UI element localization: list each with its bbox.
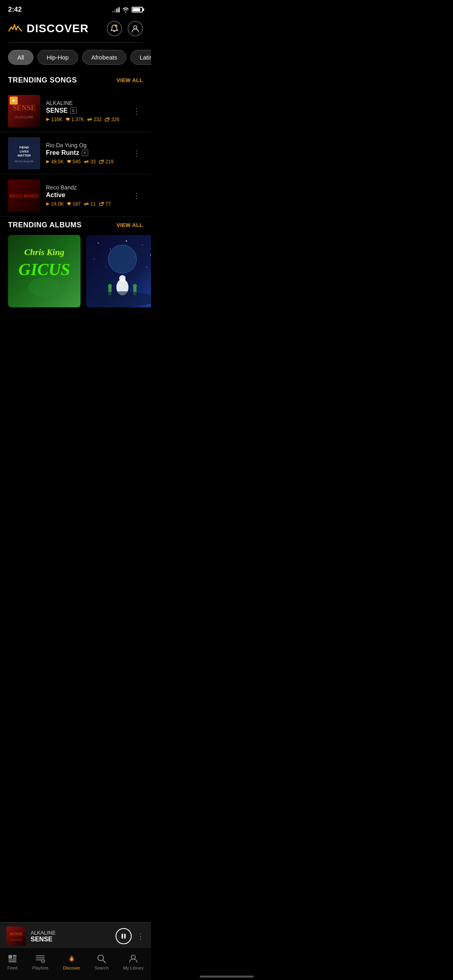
trending-songs-view-all[interactable]: VIEW ALL — [116, 77, 143, 83]
song-item[interactable]: RECO BANDZ Reco Bandz Active 24.0K 187 — [0, 175, 151, 217]
song-name: SENSE E — [46, 107, 124, 114]
battery-icon — [132, 7, 143, 12]
header-actions — [107, 21, 143, 36]
profile-icon — [131, 25, 139, 33]
svg-marker-7 — [46, 118, 50, 121]
svg-point-35 — [142, 245, 143, 245]
song-stats: 48.5K 545 33 219 — [46, 159, 124, 165]
explicit-badge: E — [82, 150, 88, 156]
svg-point-49 — [133, 284, 137, 288]
genre-filter: All Hip-Hop Afrobeats Latin Reggae — [0, 43, 151, 72]
svg-point-1 — [134, 26, 137, 29]
svg-text:RECO BANDZ: RECO BANDZ — [9, 194, 39, 198]
song-thumbnail: FIEND LIVES MATTER Rio Da Yung OG — [8, 137, 40, 169]
svg-text:MATTER: MATTER — [18, 154, 31, 157]
genre-afrobeats[interactable]: Afrobeats — [82, 50, 126, 65]
svg-point-45 — [119, 275, 126, 282]
add-count: 77 — [99, 201, 111, 207]
status-time: 2:42 — [8, 6, 22, 14]
play-stat-icon — [46, 202, 50, 206]
song-thumb-wrap: RECO BANDZ — [8, 179, 40, 212]
svg-rect-8 — [105, 119, 108, 121]
like-count: 1.37K — [66, 117, 84, 122]
repost-count: 33 — [84, 159, 95, 165]
signal-icon — [112, 7, 120, 12]
song-artist: Reco Bandz — [46, 184, 124, 191]
song-artist: ALKALINE — [46, 100, 124, 106]
svg-point-40 — [106, 267, 107, 268]
add-icon — [99, 160, 104, 164]
bell-icon — [111, 25, 118, 33]
album1-art: Chris King GICUS — [8, 235, 81, 307]
song-name: Active — [46, 191, 124, 199]
trending-albums-title: TRENDING ALBUMS — [8, 221, 82, 229]
status-bar: 2:42 — [0, 0, 151, 17]
svg-point-47 — [108, 284, 112, 288]
song-item[interactable]: FIEND LIVES MATTER Rio Da Yung OG Rio Da… — [0, 132, 151, 175]
play-count: 116K — [46, 117, 62, 122]
svg-marker-6 — [12, 99, 15, 102]
runtz-album-art: FIEND LIVES MATTER Rio Da Yung OG — [8, 137, 40, 169]
svg-rect-24 — [99, 203, 103, 206]
svg-point-41 — [146, 267, 147, 268]
header-left: DISCOVER — [8, 22, 89, 35]
explicit-badge: E — [70, 107, 77, 114]
song-more-button[interactable]: ⋮ — [130, 104, 143, 118]
play-stat-icon — [46, 117, 50, 121]
wifi-icon — [122, 7, 129, 12]
song-more-button[interactable]: ⋮ — [130, 146, 143, 161]
trending-songs-header: TRENDING SONGS VIEW ALL — [0, 72, 151, 90]
play-count: 24.0K — [46, 201, 64, 207]
svg-text:SENSE: SENSE — [12, 104, 35, 112]
heart-icon — [66, 117, 70, 121]
active-album-art: RECO BANDZ — [8, 179, 40, 212]
svg-marker-16 — [46, 160, 50, 163]
album-thumbnail — [86, 235, 151, 307]
song-info: ALKALINE SENSE E 116K 1.37K 232 — [46, 100, 124, 122]
svg-text:ALKALINE: ALKALINE — [15, 115, 33, 119]
album-card[interactable] — [86, 235, 151, 307]
song-thumb-wrap: FIEND LIVES MATTER Rio Da Yung OG — [8, 137, 40, 169]
repost-icon — [84, 160, 89, 164]
like-count: 545 — [67, 159, 81, 165]
genre-latin[interactable]: Latin — [130, 50, 151, 65]
song-item[interactable]: SENSE ALKALINE ALKALINE SENSE E 116K — [0, 90, 151, 132]
profile-button[interactable] — [128, 21, 143, 36]
song-info: Reco Bandz Active 24.0K 187 11 — [46, 184, 124, 207]
playing-indicator — [10, 97, 18, 105]
heart-icon — [67, 160, 71, 164]
trending-albums-header: TRENDING ALBUMS VIEW ALL — [0, 217, 151, 235]
repost-count: 232 — [87, 117, 101, 122]
play-count: 48.5K — [46, 159, 64, 165]
song-info: Rio Da Yung Og Free Runtz E 48.5K 545 33 — [46, 142, 124, 165]
album-card[interactable]: Chris King GICUS — [8, 235, 81, 307]
genre-hiphop[interactable]: Hip-Hop — [37, 50, 78, 65]
svg-text:Chris King: Chris King — [24, 247, 64, 257]
svg-point-33 — [110, 249, 111, 249]
album2-art — [86, 235, 151, 307]
logo-icon — [8, 23, 23, 34]
svg-point-0 — [115, 25, 117, 27]
album-thumbnail: Chris King GICUS — [8, 235, 81, 307]
genre-all[interactable]: All — [8, 50, 33, 65]
svg-text:LIVES: LIVES — [19, 150, 29, 153]
add-count: 326 — [105, 117, 119, 122]
song-more-button[interactable]: ⋮ — [130, 188, 143, 203]
svg-text:GICUS: GICUS — [19, 260, 70, 279]
svg-rect-11 — [8, 137, 40, 169]
svg-point-30 — [28, 277, 60, 297]
song-name: Free Runtz E — [46, 149, 124, 156]
page-title: DISCOVER — [27, 22, 89, 35]
play-icon — [12, 99, 16, 103]
song-artist: Rio Da Yung Og — [46, 142, 124, 148]
svg-rect-17 — [99, 161, 103, 163]
svg-text:FIEND: FIEND — [19, 146, 29, 149]
add-icon — [105, 117, 110, 121]
albums-list: Chris King GICUS — [0, 235, 151, 315]
song-thumb-wrap: SENSE ALKALINE — [8, 95, 40, 127]
header: DISCOVER — [0, 17, 151, 42]
trending-albums-view-all[interactable]: VIEW ALL — [116, 222, 143, 228]
notification-button[interactable] — [107, 21, 122, 36]
add-count: 219 — [99, 159, 114, 165]
trending-songs-title: TRENDING SONGS — [8, 76, 77, 84]
